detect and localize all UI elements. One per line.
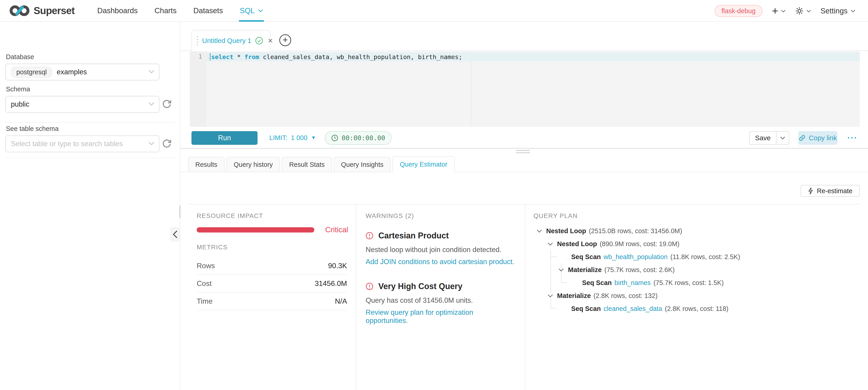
run-query-button[interactable]: Run: [191, 131, 257, 145]
nav-sql[interactable]: SQL: [240, 0, 263, 22]
warning-action-link[interactable]: Review query plan for optimization oppor…: [366, 308, 516, 325]
database-label: Database: [6, 53, 34, 61]
table-schema-label: See table schema: [6, 125, 59, 132]
metric-row: Time N/A: [197, 293, 347, 310]
limit-dropdown[interactable]: LIMIT: 1 000 ▼: [269, 127, 316, 149]
refresh-tables-icon[interactable]: [162, 139, 172, 149]
metric-row: Rows 90.3K: [197, 257, 347, 275]
editor-gutter: 1: [190, 51, 206, 127]
chevron-down-icon: [851, 9, 855, 12]
impact-level: Critical: [325, 226, 348, 234]
warning-description: Query has cost of 31456.0M units.: [366, 296, 473, 304]
refresh-schemas-icon[interactable]: [162, 99, 172, 109]
new-item-menu[interactable]: +: [772, 5, 785, 17]
more-actions-button[interactable]: ···: [847, 133, 858, 143]
sun-icon: [795, 7, 804, 15]
settings-menu[interactable]: Settings: [820, 7, 855, 15]
superset-logo[interactable]: Superset: [9, 4, 74, 17]
sql-code-line[interactable]: select * from cleaned_sales_data, wb_hea…: [210, 52, 462, 61]
tree-connector: [561, 282, 567, 283]
plan-node-stats: (890.9M rows, cost: 19.0M): [600, 240, 680, 248]
plan-node-name: Seq Scan: [582, 279, 612, 287]
plan-node-stats: (2515.0B rows, cost: 31456.0M): [589, 227, 682, 235]
warnings-title: WARNINGS (2): [366, 212, 414, 219]
plan-node: Seq Scan cleaned_sales_data (2.8K rows, …: [571, 302, 728, 315]
plan-node: Materialize (2.8K rows, cost: 132): [548, 289, 657, 302]
query-plan-section: QUERY PLAN Nested Loop (2515.0B rows, co…: [533, 205, 860, 390]
plan-node-stats: (75.7K rows, cost: 1.5K): [653, 279, 723, 287]
plan-table-link[interactable]: wb_health_population: [603, 253, 668, 261]
plan-node: Nested Loop (890.9M rows, cost: 19.0M): [548, 238, 680, 250]
column-divider: [525, 205, 525, 390]
database-select[interactable]: postgresql examples: [5, 64, 159, 81]
tab-results[interactable]: Results: [188, 157, 225, 172]
main-nav: Dashboards Charts Datasets SQL: [97, 0, 280, 22]
line-number: 1: [198, 53, 202, 60]
warning-action-link[interactable]: Add JOIN conditions to avoid cartesian p…: [366, 258, 515, 266]
plan-node: Nested Loop (2515.0B rows, cost: 31456.0…: [537, 224, 682, 237]
caret-down-icon[interactable]: [558, 268, 564, 272]
query-plan-title: QUERY PLAN: [533, 212, 578, 219]
plan-node: Materialize (75.7K rows, cost: 2.6K): [558, 263, 675, 276]
tab-query-history[interactable]: Query history: [226, 157, 280, 172]
top-navbar: Superset Dashboards Charts Datasets SQL …: [0, 0, 868, 22]
caret-down-icon[interactable]: [537, 229, 542, 233]
save-query-split-button[interactable]: Save: [749, 131, 789, 145]
clock-icon: [331, 134, 338, 142]
tab-query-estimator[interactable]: Query Estimator: [393, 156, 455, 172]
sql-editor[interactable]: 1 select * from cleaned_sales_data, wb_h…: [190, 51, 860, 127]
drag-grip-icon[interactable]: [197, 36, 198, 46]
tree-connector: [551, 257, 557, 257]
metric-value: N/A: [335, 297, 347, 305]
plan-table-link[interactable]: cleaned_sales_data: [603, 305, 662, 312]
plan-node-stats: (11.8K rows, cost: 2.5K): [671, 253, 740, 261]
nav-charts[interactable]: Charts: [154, 0, 177, 22]
table-select-placeholder: Select table or type to search tables: [11, 140, 123, 148]
caret-down-icon[interactable]: [548, 242, 553, 246]
chevron-left-icon: [173, 231, 178, 238]
add-query-tab-button[interactable]: +: [279, 34, 291, 46]
print-margin-line: [471, 51, 471, 127]
tab-result-stats[interactable]: Result Stats: [282, 157, 332, 172]
tab-query-insights[interactable]: Query Insights: [334, 157, 391, 172]
save-options-button[interactable]: [776, 131, 789, 144]
warning-icon: [366, 232, 373, 240]
re-estimate-button[interactable]: Re-estimate: [801, 185, 860, 197]
chevron-down-icon: [806, 9, 811, 12]
impact-progress-bar: [197, 227, 314, 233]
lightning-bolt-icon: [808, 187, 814, 194]
sidebar-resize-handle[interactable]: [179, 205, 181, 218]
metric-label: Rows: [197, 262, 215, 270]
theme-menu[interactable]: [795, 7, 811, 15]
metrics-list: Rows 90.3K Cost 31456.0M Time N/A: [197, 257, 347, 310]
caret-down-icon[interactable]: [548, 294, 553, 298]
table-select[interactable]: Select table or type to search tables: [5, 136, 159, 152]
schema-select[interactable]: public: [5, 96, 159, 113]
warning-title: Cartesian Product: [378, 231, 449, 240]
metric-value: 31456.0M: [315, 279, 347, 288]
metric-label: Time: [197, 297, 213, 305]
plan-node-stats: (2.8K rows, cost: 118): [665, 305, 728, 312]
query-tab[interactable]: Untitled Query 1 ✕: [191, 30, 271, 51]
collapse-sidebar-button[interactable]: [170, 227, 180, 242]
schema-label: Schema: [6, 86, 30, 93]
plan-node-stats: (75.7K rows, cost: 2.6K): [604, 266, 675, 274]
save-button[interactable]: Save: [750, 131, 776, 144]
copy-link-button[interactable]: Copy link: [798, 131, 837, 145]
sqllab-left-panel: Database postgresql examples Schema publ…: [0, 22, 180, 390]
chevron-down-icon: [781, 9, 785, 12]
pane-resize-handle[interactable]: [516, 150, 530, 154]
chevron-down-icon: [149, 70, 154, 73]
nav-dashboards[interactable]: Dashboards: [97, 0, 137, 22]
plan-table-link[interactable]: birth_names: [615, 279, 651, 287]
superset-infinity-icon: [9, 4, 30, 17]
metric-row: Cost 31456.0M: [197, 275, 347, 293]
sqllab-main: Untitled Query 1 ✕ + 1 select * from cle…: [180, 22, 868, 390]
nav-datasets[interactable]: Datasets: [193, 0, 223, 22]
close-tab-icon[interactable]: ✕: [268, 37, 273, 44]
sidebar-divider: [5, 122, 175, 123]
sidebar-divider: [5, 158, 175, 158]
column-divider: [355, 205, 356, 390]
warning-description: Nested loop without join condition detec…: [366, 246, 501, 254]
query-tab-strip: Untitled Query 1 ✕ +: [180, 30, 868, 51]
